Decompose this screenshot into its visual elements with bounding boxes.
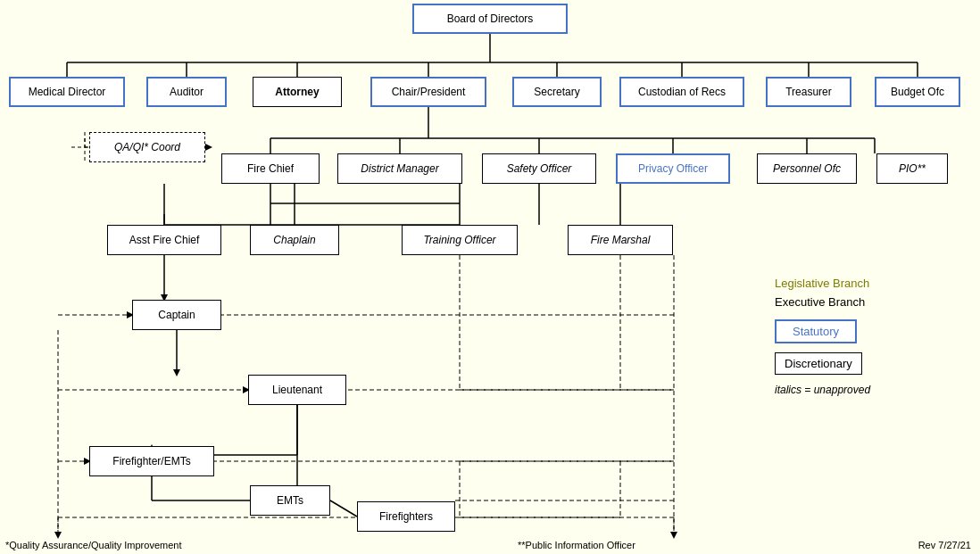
budget-ofc-node: Budget Ofc xyxy=(875,77,960,107)
legend-executive: Executive Branch xyxy=(775,295,870,309)
secretary-node: Secretary xyxy=(512,77,602,107)
fire-chief-node: Fire Chief xyxy=(221,153,320,184)
safety-officer-node: Safety Officer xyxy=(482,153,596,184)
legend-legislative: Legislative Branch xyxy=(775,277,870,290)
org-chart: Board of Directors Medical Director Audi… xyxy=(0,0,980,554)
board-of-directors-node: Board of Directors xyxy=(412,4,568,34)
privacy-officer-node: Privacy Officer xyxy=(616,153,730,184)
svg-marker-19 xyxy=(205,144,212,151)
chair-president-node: Chair/President xyxy=(370,77,486,107)
attorney-node: Attorney xyxy=(253,77,342,107)
fire-marshal-node: Fire Marshal xyxy=(568,225,673,255)
pio-node: PIO** xyxy=(876,153,948,184)
treasurer-node: Treasurer xyxy=(766,77,851,107)
footnote-pio: **Public Information Officer xyxy=(518,540,635,550)
legend: Legislative Branch Executive Branch Stat… xyxy=(775,277,870,396)
asst-fire-chief-node: Asst Fire Chief xyxy=(107,225,221,255)
district-manager-node: District Manager xyxy=(337,153,462,184)
footnote-rev: Rev 7/27/21 xyxy=(918,540,971,550)
firefighter-emts-node: Firefighter/EMTs xyxy=(89,446,214,476)
svg-marker-64 xyxy=(670,532,677,539)
legend-italics-note: italics = unapproved xyxy=(775,384,870,396)
legend-discretionary-box: Discretionary xyxy=(775,352,870,375)
svg-line-45 xyxy=(330,500,357,517)
personnel-ofc-node: Personnel Ofc xyxy=(757,153,857,184)
chaplain-node: Chaplain xyxy=(250,225,339,255)
firefighters-node: Firefighters xyxy=(357,501,455,532)
custodian-node: Custodian of Recs xyxy=(619,77,744,107)
lieutenant-node: Lieutenant xyxy=(248,375,346,405)
auditor-node: Auditor xyxy=(146,77,227,107)
svg-marker-38 xyxy=(173,369,180,376)
legend-statutory-box: Statutory xyxy=(775,319,870,343)
captain-node: Captain xyxy=(132,300,221,330)
medical-director-node: Medical Director xyxy=(9,77,125,107)
svg-marker-63 xyxy=(54,532,62,539)
footnote-qa: *Quality Assurance/Quality Improvement xyxy=(5,540,181,550)
qa-coord-node: QA/QI* Coord xyxy=(89,132,205,162)
emts-node: EMTs xyxy=(250,485,330,516)
training-officer-node: Training Officer xyxy=(402,225,518,255)
